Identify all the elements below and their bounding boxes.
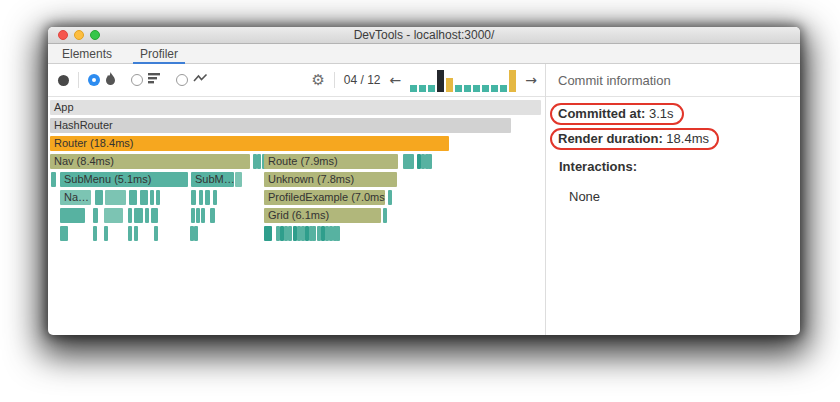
- flame-bar-fragment[interactable]: [105, 190, 126, 205]
- flame-bar-fragment[interactable]: [128, 226, 132, 241]
- screenshot-stage: DevTools - localhost:3000/ Elements Prof…: [0, 0, 840, 402]
- flame-bar-fragment[interactable]: [104, 208, 123, 223]
- interactions-value: None: [569, 189, 794, 204]
- previous-commit-button[interactable]: ←: [390, 73, 402, 87]
- flame-bar-fragment[interactable]: [140, 190, 148, 205]
- flame-bar[interactable]: Nav (8.4ms): [50, 154, 250, 169]
- flame-bar-fragment[interactable]: [312, 226, 316, 241]
- flame-bar-fragment[interactable]: [196, 208, 200, 223]
- flame-bar[interactable]: Route (7.9ms): [264, 154, 398, 169]
- commit-selector-chart[interactable]: [410, 68, 516, 92]
- flame-bar-fragment[interactable]: [60, 226, 68, 241]
- devtools-window: DevTools - localhost:3000/ Elements Prof…: [48, 27, 800, 335]
- commit-bar[interactable]: [428, 85, 435, 92]
- commit-info-body: Committed at: 3.1s Render duration: 18.4…: [546, 97, 800, 204]
- flame-bar-fragment[interactable]: [129, 190, 137, 205]
- flame-bar-fragment[interactable]: [428, 154, 432, 169]
- tab-bar: Elements Profiler: [48, 44, 800, 64]
- flame-bar-fragment[interactable]: [288, 226, 292, 241]
- commit-bar[interactable]: [509, 70, 516, 92]
- flame-bar-fragment[interactable]: [134, 226, 138, 241]
- toolbar-divider: [334, 72, 335, 88]
- flame-bar-fragment[interactable]: [199, 190, 203, 205]
- traffic-lights: [58, 30, 100, 40]
- flamegraph-view-option[interactable]: [88, 72, 116, 88]
- flame-bar-fragment[interactable]: [264, 226, 272, 241]
- commit-bar[interactable]: [437, 70, 444, 92]
- commit-bar[interactable]: [419, 85, 426, 92]
- committed-at-label: Committed at:: [558, 106, 645, 121]
- interactions-view-option[interactable]: [176, 73, 208, 87]
- tab-elements-label: Elements: [62, 47, 112, 61]
- tab-profiler[interactable]: Profiler: [140, 44, 178, 63]
- flame-bar-fragment[interactable]: [128, 208, 132, 223]
- commit-bar[interactable]: [410, 85, 417, 92]
- committed-at-value: 3.1s: [649, 106, 674, 121]
- zoom-button[interactable]: [90, 30, 100, 40]
- flame-icon: [105, 72, 116, 88]
- flame-bar-fragment[interactable]: [60, 208, 85, 223]
- commit-bar[interactable]: [482, 85, 489, 92]
- commit-bar[interactable]: [500, 85, 507, 92]
- flame-bar-fragment[interactable]: [154, 226, 158, 241]
- flamegraph-chart[interactable]: AppHashRouterRouter (18.4ms)Nav (8.4ms)R…: [48, 97, 545, 335]
- record-button[interactable]: [58, 75, 69, 86]
- commit-bar[interactable]: [491, 85, 498, 92]
- flame-bar[interactable]: Unknown (7.8ms): [264, 172, 397, 187]
- flame-bar-fragment[interactable]: [213, 190, 217, 205]
- flame-bar-fragment[interactable]: [93, 208, 98, 223]
- toolbar-divider: [78, 72, 79, 88]
- commit-bar[interactable]: [464, 85, 471, 92]
- main-split: ⚙ 04 / 12 ← → AppHashRouterRouter (18.4m…: [48, 64, 800, 335]
- flame-bar[interactable]: SubM…: [191, 172, 234, 187]
- ranked-chart-icon: [148, 73, 161, 87]
- flame-bar-fragment[interactable]: [191, 190, 196, 205]
- line-chart-icon: [193, 73, 208, 87]
- ranked-view-option[interactable]: [131, 73, 161, 87]
- commit-bar[interactable]: [455, 85, 462, 92]
- flame-bar[interactable]: HashRouter: [50, 118, 511, 133]
- flamegraph-radio[interactable]: [88, 74, 100, 86]
- tab-elements[interactable]: Elements: [62, 44, 112, 63]
- window-title: DevTools - localhost:3000/: [354, 28, 495, 42]
- flame-bar-fragment[interactable]: [205, 190, 210, 205]
- flame-bar-fragment[interactable]: [95, 190, 103, 205]
- flame-bar-fragment[interactable]: [336, 226, 340, 241]
- flame-bar[interactable]: App: [50, 100, 541, 115]
- interactions-radio[interactable]: [176, 74, 188, 86]
- flame-bar[interactable]: Grid (6.1ms): [264, 208, 381, 223]
- titlebar: DevTools - localhost:3000/: [48, 27, 800, 44]
- flame-bar[interactable]: SubMenu (5.1ms): [60, 172, 188, 187]
- next-commit-button[interactable]: →: [525, 73, 537, 87]
- flame-bar-fragment[interactable]: [51, 172, 57, 187]
- commit-bar[interactable]: [473, 85, 480, 92]
- flame-bar-fragment[interactable]: [235, 172, 242, 187]
- flame-bar-fragment[interactable]: [383, 208, 387, 223]
- flame-bar-fragment[interactable]: [145, 208, 149, 223]
- flame-bar-fragment[interactable]: [194, 226, 198, 241]
- flame-bar-fragment[interactable]: [388, 190, 392, 205]
- profiler-panel: ⚙ 04 / 12 ← → AppHashRouterRouter (18.4m…: [48, 64, 545, 335]
- flame-bar[interactable]: ProfiledExample (7.0ms): [264, 190, 385, 205]
- gear-icon[interactable]: ⚙: [311, 73, 324, 88]
- flame-bar-fragment[interactable]: [257, 154, 261, 169]
- flame-bar-fragment[interactable]: [210, 208, 215, 223]
- flame-bar-fragment[interactable]: [93, 226, 97, 241]
- flame-bar-fragment[interactable]: [403, 154, 414, 169]
- flame-bar[interactable]: Router (18.4ms): [50, 136, 449, 151]
- minimize-button[interactable]: [74, 30, 84, 40]
- ranked-radio[interactable]: [131, 74, 143, 86]
- commit-bar[interactable]: [446, 78, 453, 92]
- flame-bar-fragment[interactable]: [151, 208, 158, 223]
- flame-bar-fragment[interactable]: [191, 208, 195, 223]
- flame-bar-fragment[interactable]: [201, 208, 205, 223]
- flame-bar-fragment[interactable]: [156, 190, 160, 205]
- flame-bar[interactable]: Na…: [60, 190, 91, 205]
- flame-bar-fragment[interactable]: [104, 226, 108, 241]
- annotation-circle-render-duration: Render duration: 18.4ms: [550, 128, 719, 150]
- flame-bar-fragment[interactable]: [150, 190, 154, 205]
- interactions-label: Interactions:: [559, 159, 794, 174]
- profiler-toolbar: ⚙ 04 / 12 ← →: [48, 64, 545, 97]
- close-button[interactable]: [58, 30, 68, 40]
- flame-bar-fragment[interactable]: [134, 208, 143, 223]
